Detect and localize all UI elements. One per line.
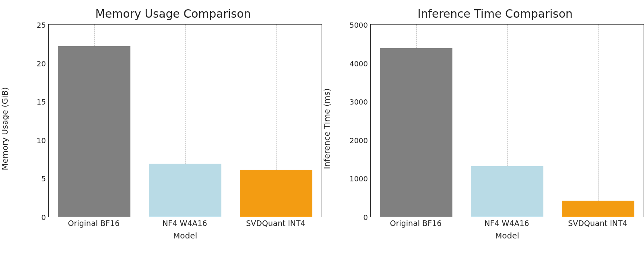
axes: Memory Usage (GiB) 0510152025 Original B… <box>24 24 322 233</box>
y-tick-label: 4000 <box>346 59 368 68</box>
y-tick-label: 0 <box>346 213 368 222</box>
chart-title: Memory Usage Comparison <box>24 8 322 24</box>
figure: Memory Usage Comparison Memory Usage (Gi… <box>0 0 644 265</box>
bar <box>149 164 222 217</box>
plot-area <box>48 24 322 217</box>
bar <box>471 166 544 217</box>
axes: Inference Time (ms) 01000200030004000500… <box>346 24 644 233</box>
y-tick-label: 2000 <box>346 136 368 144</box>
x-axis-label: Model <box>48 231 322 240</box>
x-tick-label: Original BF16 <box>68 219 120 228</box>
x-tick-label: SVDQuant INT4 <box>568 219 627 228</box>
grid-line <box>598 25 599 217</box>
y-tick-label: 0 <box>24 213 46 222</box>
subplot-inference: Inference Time Comparison Inference Time… <box>346 8 644 249</box>
y-ticks: 010002000300040005000 <box>346 24 370 217</box>
bar <box>380 48 453 217</box>
x-ticks: Original BF16NF4 W4A16SVDQuant INT4 <box>48 219 322 230</box>
x-tick-label: NF4 W4A16 <box>162 219 207 228</box>
x-axis-label: Model <box>370 231 644 240</box>
subplot-memory: Memory Usage Comparison Memory Usage (Gi… <box>24 8 322 249</box>
y-axis-label: Inference Time (ms) <box>322 88 332 169</box>
y-tick-label: 25 <box>24 21 46 29</box>
chart-title: Inference Time Comparison <box>346 8 644 24</box>
x-tick-label: Original BF16 <box>390 219 442 228</box>
bar <box>240 170 313 217</box>
x-ticks: Original BF16NF4 W4A16SVDQuant INT4 <box>370 219 644 230</box>
y-tick-label: 5 <box>24 175 46 183</box>
y-tick-label: 20 <box>24 59 46 68</box>
y-tick-label: 1000 <box>346 175 368 183</box>
x-tick-label: NF4 W4A16 <box>484 219 529 228</box>
bar <box>58 46 131 217</box>
bar <box>562 201 635 217</box>
y-axis-label: Memory Usage (GiB) <box>0 87 10 171</box>
y-tick-label: 3000 <box>346 98 368 106</box>
y-tick-label: 15 <box>24 98 46 106</box>
y-tick-label: 5000 <box>346 21 368 29</box>
plot-area <box>370 24 644 217</box>
x-tick-label: SVDQuant INT4 <box>246 219 305 228</box>
y-tick-label: 10 <box>24 136 46 144</box>
y-ticks: 0510152025 <box>24 24 48 217</box>
